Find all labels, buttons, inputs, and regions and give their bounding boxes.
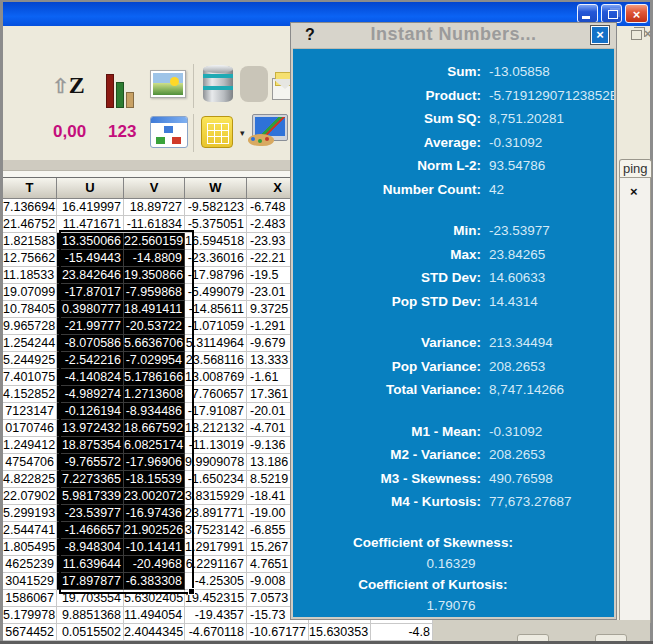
cell-T-7[interactable]: 10.78405 <box>3 301 57 318</box>
cell-U-6[interactable]: -17.87017 <box>57 284 124 301</box>
cell-T-21[interactable]: 1.805495 <box>3 539 57 556</box>
picture-icon[interactable] <box>150 70 186 98</box>
cell-U-2[interactable]: 11.471671 <box>57 216 124 233</box>
cell-W-25[interactable]: -19.4357 <box>185 607 247 624</box>
cell-T-6[interactable]: 19.07099 <box>3 284 57 301</box>
cell-V-16[interactable]: -17.96906 <box>124 454 185 471</box>
cell-U-22[interactable]: 11.639644 <box>57 556 124 573</box>
side-panel-tab[interactable]: ping <box>619 159 652 178</box>
cell-U-20[interactable]: -1.466657 <box>57 522 124 539</box>
cell-W-9[interactable]: 5.3114964 <box>185 335 247 352</box>
dialog-titlebar[interactable]: ? Instant Numbers... × <box>291 23 616 49</box>
cell-U-19[interactable]: -23.53977 <box>57 505 124 522</box>
cell-V-8[interactable]: -20.53722 <box>124 318 185 335</box>
close-button[interactable]: × <box>625 4 648 23</box>
cell-T-24[interactable]: 1586067 <box>3 590 57 607</box>
cell-V-9[interactable]: 5.6636706 <box>124 335 185 352</box>
cell-V-6[interactable]: -7.959868 <box>124 284 185 301</box>
cell-T-14[interactable]: 0170746 <box>3 420 57 437</box>
cell-W-4[interactable]: -23.36016 <box>185 250 247 267</box>
cell-V-25[interactable]: 11.494054 <box>124 607 185 624</box>
cell-T-25[interactable]: 5.179978 <box>3 607 57 624</box>
cell-T-16[interactable]: 4754706 <box>3 454 57 471</box>
cell-W-15[interactable]: -11.13019 <box>185 437 247 454</box>
cell-W-22[interactable]: 6.2291167 <box>185 556 247 573</box>
cell-V-23[interactable]: -6.383308 <box>124 573 185 590</box>
column-header-U[interactable]: U <box>57 178 124 198</box>
cell-U-11[interactable]: -4.140824 <box>57 369 124 386</box>
cell-W-13[interactable]: -17.91087 <box>185 403 247 420</box>
cell-W-20[interactable]: 3.7523142 <box>185 522 247 539</box>
cell-U-26[interactable]: 0.0515502 <box>57 624 124 641</box>
cell-V-21[interactable]: -10.14141 <box>124 539 185 556</box>
cell-V-5[interactable]: 19.350866 <box>124 267 185 284</box>
cell-U-25[interactable]: 9.8851368 <box>57 607 124 624</box>
cell-W-11[interactable]: 13.008769 <box>185 369 247 386</box>
cell-V-7[interactable]: 18.491411 <box>124 301 185 318</box>
cell-V-18[interactable]: 23.002072 <box>124 488 185 505</box>
cell-T-18[interactable]: 22.07902 <box>3 488 57 505</box>
number-format-button[interactable]: 123 <box>108 122 136 142</box>
column-header-T[interactable]: T <box>3 178 57 198</box>
cell-W-12[interactable]: 7.760657 <box>185 386 247 403</box>
cell-T-15[interactable]: 1.249412 <box>3 437 57 454</box>
column-header-V[interactable]: V <box>124 178 185 198</box>
cell-V-2[interactable]: -11.61834 <box>124 216 185 233</box>
cell-V-13[interactable]: -8.934486 <box>124 403 185 420</box>
cell-T-1[interactable]: 7.136694 <box>3 199 57 216</box>
cell-U-4[interactable]: -15.49443 <box>57 250 124 267</box>
cell-W-1[interactable]: -9.582123 <box>185 199 247 216</box>
cell-W-19[interactable]: 23.891771 <box>185 505 247 522</box>
currency-format-button[interactable]: 0,00 <box>53 122 86 142</box>
bar-chart-icon[interactable] <box>105 68 141 108</box>
flowchart-window-icon[interactable] <box>150 116 188 148</box>
mdi-restore-icon[interactable] <box>631 30 642 40</box>
cell-U-3[interactable]: 13.350066 <box>57 233 124 250</box>
cell-V-14[interactable]: 18.667592 <box>124 420 185 437</box>
cell-T-20[interactable]: 2.544741 <box>3 522 57 539</box>
cell-W-7[interactable]: -14.85611 <box>185 301 247 318</box>
cell-W-6[interactable]: -5.499079 <box>185 284 247 301</box>
cell-T-5[interactable]: 11.18533 <box>3 267 57 284</box>
cell-U-15[interactable]: 18.875354 <box>57 437 124 454</box>
cell-U-12[interactable]: -4.989274 <box>57 386 124 403</box>
cell-V-1[interactable]: 18.89727 <box>124 199 185 216</box>
dropdown-arrow-icon[interactable]: ▾ <box>240 128 245 138</box>
cell-U-21[interactable]: -8.948304 <box>57 539 124 556</box>
cell-T-3[interactable]: 1.821583 <box>3 233 57 250</box>
cell-U-17[interactable]: 7.2273365 <box>57 471 124 488</box>
cell-W-10[interactable]: 23.568116 <box>185 352 247 369</box>
cell-W-21[interactable]: 1.2917991 <box>185 539 247 556</box>
cell-W-18[interactable]: 3.8315929 <box>185 488 247 505</box>
cell-T-23[interactable]: 3041529 <box>3 573 57 590</box>
side-panel-close-icon[interactable]: × <box>630 184 638 199</box>
cell-U-8[interactable]: -21.99777 <box>57 318 124 335</box>
cell-W-24[interactable]: 19.452315 <box>185 590 247 607</box>
cell-U-24[interactable]: 19.703554 <box>57 590 124 607</box>
database-icon[interactable] <box>203 66 233 102</box>
cell-U-1[interactable]: 16.419997 <box>57 199 124 216</box>
cell-W-26[interactable]: -4.670118 <box>185 624 247 641</box>
cell-V-22[interactable]: -20.4968 <box>124 556 185 573</box>
cell-U-18[interactable]: 5.9817339 <box>57 488 124 505</box>
mdi-close-icon[interactable]: × <box>644 26 652 41</box>
dialog-close-button[interactable]: × <box>591 26 609 44</box>
cell-T-17[interactable]: 4.822825 <box>3 471 57 488</box>
cell-V-15[interactable]: 6.0825174 <box>124 437 185 454</box>
cell-X-26[interactable]: -10.67177 <box>247 624 309 641</box>
column-header-W[interactable]: W <box>185 178 247 198</box>
cell-T-22[interactable]: 4625239 <box>3 556 57 573</box>
cell-U-16[interactable]: -9.765572 <box>57 454 124 471</box>
cell-V-10[interactable]: -7.029954 <box>124 352 185 369</box>
cell-U-7[interactable]: 0.3980777 <box>57 301 124 318</box>
cell-T-19[interactable]: 5.299193 <box>3 505 57 522</box>
cell-T-12[interactable]: 4.152852 <box>3 386 57 403</box>
cell-U-13[interactable]: -0.126194 <box>57 403 124 420</box>
cell-T-9[interactable]: 1.254244 <box>3 335 57 352</box>
cell-U-5[interactable]: 23.842646 <box>57 267 124 284</box>
cell-V-4[interactable]: -14.8809 <box>124 250 185 267</box>
cell-W-3[interactable]: 16.594518 <box>185 233 247 250</box>
cell-V-17[interactable]: -18.15539 <box>124 471 185 488</box>
cell-U-14[interactable]: 13.972432 <box>57 420 124 437</box>
cell-V-24[interactable]: 5.6302405 <box>124 590 185 607</box>
